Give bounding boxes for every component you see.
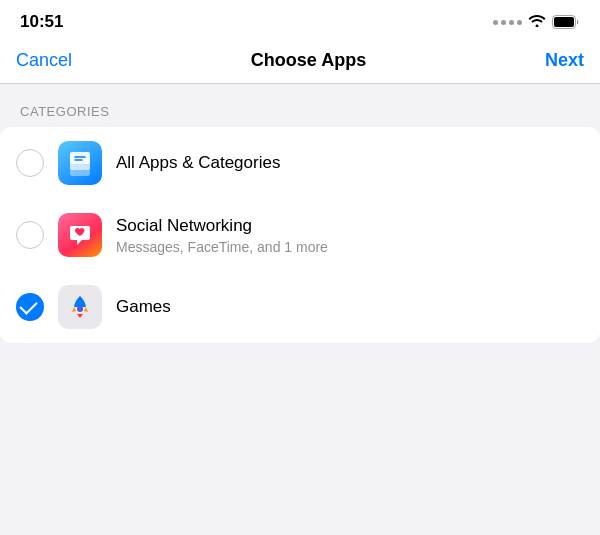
svg-rect-4 — [70, 152, 90, 164]
social-networking-icon — [58, 213, 102, 257]
battery-icon — [552, 15, 580, 29]
status-icons — [493, 13, 580, 31]
categories-list: All Apps & Categories Social Networking … — [0, 127, 600, 343]
section-header-categories: CATEGORIES — [0, 84, 600, 127]
radio-unselected — [16, 221, 44, 249]
dot-2 — [501, 20, 506, 25]
item-title: Games — [116, 296, 171, 318]
nav-bar: Cancel Choose Apps Next — [0, 40, 600, 84]
games-icon — [58, 285, 102, 329]
item-title: Social Networking — [116, 215, 328, 237]
wifi-icon — [528, 13, 546, 31]
cancel-button[interactable]: Cancel — [16, 50, 72, 71]
dot-4 — [517, 20, 522, 25]
list-item[interactable]: All Apps & Categories — [0, 127, 600, 199]
all-apps-icon — [58, 141, 102, 185]
check-selected — [16, 293, 44, 321]
item-text: Social Networking Messages, FaceTime, an… — [116, 215, 328, 255]
list-item[interactable]: Games — [0, 271, 600, 343]
signal-dots — [493, 20, 522, 25]
list-item[interactable]: Social Networking Messages, FaceTime, an… — [0, 199, 600, 271]
status-time: 10:51 — [20, 12, 63, 32]
status-bar: 10:51 — [0, 0, 600, 40]
dot-1 — [493, 20, 498, 25]
next-button[interactable]: Next — [545, 50, 584, 71]
svg-rect-1 — [554, 17, 574, 27]
radio-unselected — [16, 149, 44, 177]
item-text: All Apps & Categories — [116, 152, 280, 174]
item-text: Games — [116, 296, 171, 318]
item-title: All Apps & Categories — [116, 152, 280, 174]
page-title: Choose Apps — [251, 50, 366, 71]
dot-3 — [509, 20, 514, 25]
item-subtitle: Messages, FaceTime, and 1 more — [116, 239, 328, 255]
svg-point-5 — [77, 306, 83, 312]
